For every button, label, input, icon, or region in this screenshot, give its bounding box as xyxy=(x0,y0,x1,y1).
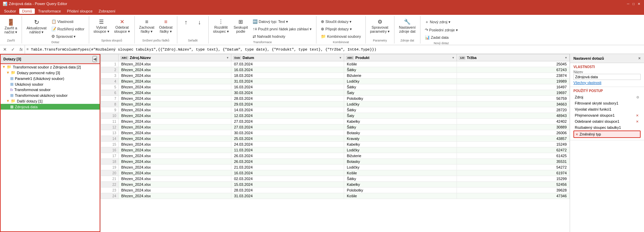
sloucit-dotazy-button[interactable]: ⊕ Sloučit dotazy ▾ xyxy=(319,18,362,25)
right-panel-close-button[interactable]: × xyxy=(638,56,641,61)
row-num-8: 8 xyxy=(101,102,119,107)
odebrat-sloupce-label: Odebratsloupce ▾ xyxy=(114,25,130,34)
rozsireny-editor-button[interactable]: 📝 Rozšířený editor xyxy=(50,26,86,32)
sidebar-collapse-button[interactable]: ◀ xyxy=(93,56,97,62)
step-delete-odebrane-ostatni-sloupce1[interactable]: ✕ xyxy=(636,120,639,123)
step-zmeneny-typ[interactable]: ✕Změněný typ xyxy=(573,130,641,138)
tree-label-dotazy-pomocne-rutiny: Dotazy pomocné rutiny [3] xyxy=(17,71,60,75)
table-body: 1Březen_2024.xlsx07.03.2024Košile250452B… xyxy=(101,61,570,199)
minimize-button[interactable]: ─ xyxy=(626,1,630,6)
cell-trzba-8: 34663 xyxy=(457,102,569,107)
nastaveni-zdroje-dat-button[interactable]: 🔧 Nastavenízdroje dat xyxy=(397,18,417,34)
cell-trzba-2: 67243 xyxy=(457,67,569,73)
vlastnosti-title: VLASTNOSTI xyxy=(573,65,641,69)
col-filter-Produkt[interactable]: ▼ xyxy=(452,56,455,59)
col-filter-Datum[interactable]: ▼ xyxy=(339,56,342,59)
table-row: 5Březen_2024.xlsx16.03.2024Šátky16497 xyxy=(101,84,570,90)
aktualizovat-button[interactable]: ↻ Aktualizovatnáhled ▾ xyxy=(25,18,48,35)
pripojit-dotazy-button[interactable]: ⊕ Připojit dotazy ▾ xyxy=(319,26,362,32)
menu-zobrazeni[interactable]: Zobrazení xyxy=(96,8,118,14)
vlastnosti-button[interactable]: 📋 Vlastnosti xyxy=(50,18,86,25)
step-zdroj[interactable]: Zdroj⚙ xyxy=(573,94,641,100)
step-delete-prejmenowane-sloupce1[interactable]: ✕ xyxy=(636,114,639,117)
tree-item-parametr1[interactable]: ▦Parametr1 (Ukázkový soubor) xyxy=(1,76,100,81)
spravovat-parametry-label: Spravovatparametry ▾ xyxy=(370,25,390,34)
novy-zdroj-button[interactable]: ＋ Nový zdroj ▾ xyxy=(423,18,460,26)
col-filter-Tržba[interactable]: ▼ xyxy=(565,56,567,59)
tree-item-zdrojova-data[interactable]: ▦Zdrojová data xyxy=(1,104,100,110)
formula-cancel-button[interactable]: ✕ xyxy=(1,46,8,53)
nahradit-hodnoty-button[interactable]: ⇄ Nahradit hodnoty xyxy=(251,33,313,40)
close-window-button[interactable]: ✕ xyxy=(637,1,641,6)
rozdelit-sloupec-icon: ⋮ xyxy=(218,19,224,25)
menu-pridani-sloupce[interactable]: Přidání sloupce xyxy=(64,8,95,14)
spravovat-parametry-button[interactable]: ⚙ Spravovatparametry ▾ xyxy=(368,18,392,35)
menu-transformace[interactable]: Transformace xyxy=(35,8,63,14)
cell-zdroj-5: Březen_2024.xlsx xyxy=(118,84,231,90)
odebrat-sloupce-button[interactable]: ✕ Odebratsloupce ▾ xyxy=(112,18,132,35)
tree-item-dalsi-dotazy[interactable]: ▼ 📁Další dotazy [1] xyxy=(1,98,100,104)
step-gear-zdroj[interactable]: ⚙ xyxy=(636,95,639,99)
step-label-vyvolat-vlastni-funkci1: Vyvolat vlastní funkci1 xyxy=(575,107,611,111)
cell-produkt-16: Lodičky xyxy=(344,147,457,153)
step-vyvolat-vlastni-funkci1[interactable]: Vyvolat vlastní funkci1 xyxy=(573,106,641,112)
spravovat-button[interactable]: ⚙ Spravovat ▾ xyxy=(50,33,86,40)
tree-item-transformovat-soubor-z-zdrojova-data[interactable]: ▼ 📁Transformovat soubor z Zdrojová data … xyxy=(1,64,100,70)
ribbon-group-sprava-content: ☰ Vybratsloupce ▾ ✕ Odebratsloupce ▾ xyxy=(92,18,132,38)
step-label-prejmenowane-sloupce1: Přejmenované sloupce1 xyxy=(575,113,615,117)
col-filter-Zdroj.Název[interactable]: ▼ xyxy=(226,56,229,59)
step-rozbaleny-sloupec-tabulky1[interactable]: Rozbalený sloupec tabulky1 xyxy=(573,124,641,130)
spravovat-icon: ⚙ xyxy=(51,34,55,39)
ribbon-group-kombinovat-label: Kombinovat xyxy=(319,40,362,44)
step-odebrane-ostatni-sloupce1[interactable]: Odebrané ostatní sloupce1✕ xyxy=(573,118,641,124)
tree-item-ukazkovy-soubor[interactable]: ▦Ukázkový soubor xyxy=(1,81,100,87)
tree-item-dotazy-pomocne-rutiny[interactable]: ▼ 📁Dotazy pomocné rutiny [3] xyxy=(1,70,100,76)
radit-sestupne-icon: ↓ xyxy=(198,19,201,25)
radit-vzestupne-button[interactable]: ↑ xyxy=(180,18,192,27)
step-filtrovane-skryte-soubory1[interactable]: Filtrované skryté soubory1 xyxy=(573,100,641,106)
col-header-datum[interactable]: DateDatum▼ xyxy=(231,54,344,61)
col-header-trba[interactable]: 123Tržba▼ xyxy=(457,54,569,61)
formula-input[interactable] xyxy=(26,48,643,52)
seskupit-button[interactable]: ⊞ Seskupitpodle xyxy=(232,18,250,34)
menu-domu[interactable]: Domů xyxy=(19,8,34,14)
odebrat-radky-label: Odebratřádky ▾ xyxy=(159,25,173,34)
zachovat-radky-button[interactable]: ≡ Zachovatřádky ▾ xyxy=(137,18,156,35)
table-row: 20Březen_2024.xlsx16.03.2024Košile61974 xyxy=(101,170,570,176)
zadat-data-button[interactable]: 📊 Zadat data xyxy=(423,34,460,41)
radit-sestupne-button[interactable]: ↓ xyxy=(194,18,206,27)
title-bar: 📊 Zdrojová data - Power Query Editor ─ □… xyxy=(0,0,644,7)
zavrit-nacist-button[interactable]: 🚪 Zavřít anačíst ▾ xyxy=(3,18,19,35)
vybrat-sloupce-button[interactable]: ☰ Vybratsloupce ▾ xyxy=(92,18,111,35)
table-row: 24Březen_2024.xlsx31.03.2024Košile47346 xyxy=(101,193,570,199)
tree-item-transformovat-soubor[interactable]: fxTransformovat soubor xyxy=(1,87,100,92)
ribbon-group-dotaz-label: Dotaz xyxy=(25,40,86,44)
odebrat-radky-button[interactable]: ≡ Odebratřádky ▾ xyxy=(157,18,174,35)
name-input[interactable] xyxy=(573,74,641,80)
rozdelit-sloupec-button[interactable]: ⋮ Rozdělitsloupec ▾ xyxy=(211,18,231,35)
tree-item-transformovat-ukazkovy-soubor[interactable]: ▦Transformovat ukázkový soubor xyxy=(1,92,100,98)
formula-confirm-button[interactable]: ✓ xyxy=(9,46,16,53)
name-label: Název xyxy=(573,70,641,74)
ribbon-group-snizeni: ≡ Zachovatřádky ▾ ≡ Odebratřádky ▾ Sníže… xyxy=(135,16,177,44)
step-prejmenowane-sloupce1[interactable]: Přejmenované sloupce1✕ xyxy=(573,112,641,118)
pripojit-label: Připojit dotazy ▾ xyxy=(325,27,352,31)
title-bar-text: Zdrojová data - Power Query Editor xyxy=(9,2,67,6)
kombinovat-soubory-button[interactable]: 📁 Kombinovat soubory xyxy=(319,33,362,40)
cell-datum-7: 28.03.2024 xyxy=(231,96,344,102)
all-properties-link[interactable]: Všechny vlastnosti xyxy=(573,81,641,85)
ribbon: 🚪 Zavřít anačíst ▾ Zavřít ↻ Aktualizovat… xyxy=(0,15,644,45)
menu-soubor[interactable]: Soubor xyxy=(1,8,19,14)
tree-label-transformovat-soubor: Transformovat soubor xyxy=(15,88,51,92)
cell-produkt-8: Lodičky xyxy=(344,102,457,107)
title-bar-controls[interactable]: ─ □ ✕ xyxy=(626,1,641,6)
posledni-zdroje-button[interactable]: ↷ Poslední zdroje ▾ xyxy=(423,27,460,33)
maximize-button[interactable]: □ xyxy=(631,1,636,6)
datovy-typ-button[interactable]: 🔤 Datový typ: Text ▾ xyxy=(251,18,313,25)
cell-datum-8: 29.03.2024 xyxy=(231,102,344,107)
col-header-zdrojnzev[interactable]: ABCZdroj.Název▼ xyxy=(118,54,231,61)
prvni-radek-button[interactable]: ↑≡ Použít první řádek jako záhlaví ▾ xyxy=(251,26,313,32)
col-header-produkt[interactable]: ABCProdukt▼ xyxy=(344,54,457,61)
datovy-typ-label: Datový typ: Text ▾ xyxy=(259,20,288,24)
row-num-10: 10 xyxy=(101,113,119,119)
